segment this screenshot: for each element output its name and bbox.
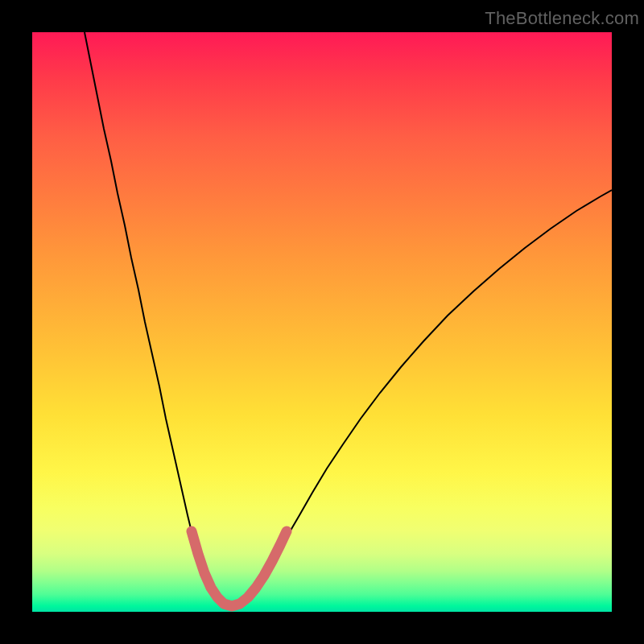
chart-frame: TheBottleneck.com (0, 0, 644, 644)
chart-plot-area (32, 32, 612, 612)
series-curve (85, 32, 612, 606)
chart-svg (32, 32, 612, 612)
watermark-text: TheBottleneck.com (485, 8, 639, 29)
series-lowpoints (192, 531, 287, 606)
